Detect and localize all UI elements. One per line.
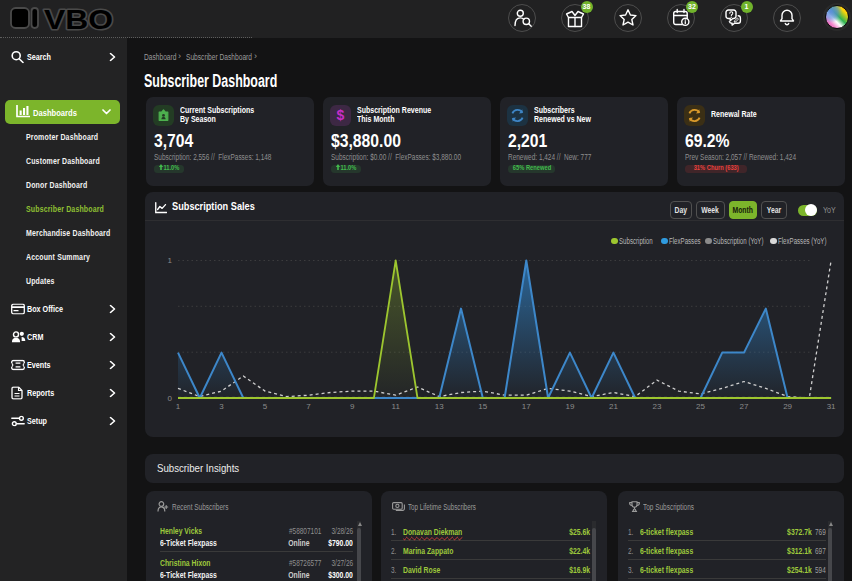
svg-text:11: 11 (392, 402, 401, 411)
svg-text:3: 3 (219, 402, 224, 411)
svg-text:23: 23 (652, 402, 661, 411)
svg-text:25: 25 (696, 402, 705, 411)
svg-text:31: 31 (827, 402, 836, 411)
svg-text:1: 1 (168, 256, 173, 265)
svg-text:VBO: VBO (44, 5, 113, 35)
svg-text:19: 19 (565, 402, 574, 411)
svg-text:15: 15 (478, 402, 487, 411)
svg-text:5: 5 (263, 402, 268, 411)
svg-text:13: 13 (435, 402, 444, 411)
svg-text:0: 0 (168, 394, 173, 403)
svg-text:17: 17 (522, 402, 531, 411)
svg-text:27: 27 (740, 402, 749, 411)
svg-text:7: 7 (306, 402, 311, 411)
svg-text:9: 9 (350, 402, 355, 411)
svg-text:29: 29 (783, 402, 792, 411)
svg-text:1: 1 (176, 402, 181, 411)
svg-text:21: 21 (609, 402, 618, 411)
